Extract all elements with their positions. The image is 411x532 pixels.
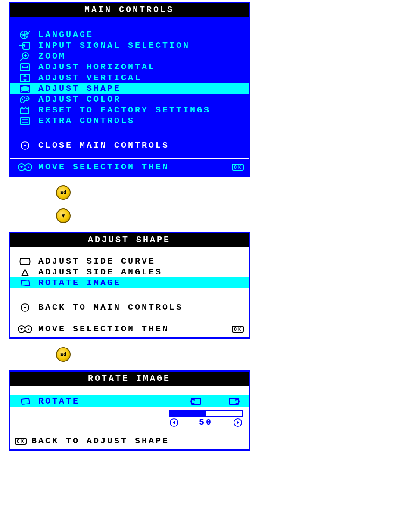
menu-item-adjust-vertical[interactable]: ADJUST VERTICAL xyxy=(10,72,249,83)
menu-item-input-signal[interactable]: INPUT SIGNAL SELECTION xyxy=(10,40,249,51)
menu-item-label: EXTRA CONTROLS xyxy=(34,116,249,126)
svg-text:?: ? xyxy=(28,30,31,35)
reset-factory-icon xyxy=(16,106,34,115)
rotate-image-panel: ROTATE IMAGE ROTATE xyxy=(9,370,250,451)
adjust-shape-footer: MOVE SELECTION THEN OK xyxy=(10,320,249,337)
physical-ok-button[interactable]: ad xyxy=(56,185,71,200)
side-curve-icon xyxy=(16,257,34,266)
svg-point-7 xyxy=(22,98,23,100)
menu-item-label: ADJUST VERTICAL xyxy=(34,73,249,83)
rotate-control-row[interactable]: ROTATE xyxy=(10,395,249,407)
rotate-image-title: ROTATE IMAGE xyxy=(10,372,249,386)
ok-icon: OK xyxy=(231,163,244,171)
menu-item-label: ADJUST COLOR xyxy=(34,94,249,104)
decrement-icon[interactable] xyxy=(169,418,179,427)
menu-item-zoom[interactable]: ZOOM xyxy=(10,51,249,62)
menu-item-back-main[interactable]: BACK TO MAIN CONTROLS xyxy=(10,302,249,313)
main-controls-menu: ? LANGUAGE INPUT SIGNAL SELECTION ZOOM A… xyxy=(10,17,249,158)
ok-icon: OK xyxy=(231,325,244,333)
menu-item-label: ADJUST HORIZONTAL xyxy=(34,62,249,72)
footer-label: MOVE SELECTION THEN xyxy=(34,162,231,172)
main-controls-footer: MOVE SELECTION THEN OK xyxy=(10,158,249,175)
menu-item-label: RESET TO FACTORY SETTINGS xyxy=(34,105,249,115)
adjust-vertical-icon xyxy=(16,73,34,83)
menu-item-language[interactable]: ? LANGUAGE xyxy=(10,29,249,40)
menu-item-rotate-image[interactable]: ROTATE IMAGE xyxy=(10,277,249,288)
menu-item-label: INPUT SIGNAL SELECTION xyxy=(34,40,249,50)
menu-item-label: LANGUAGE xyxy=(34,30,249,40)
menu-item-label: BACK TO MAIN CONTROLS xyxy=(34,302,249,312)
menu-item-extra-controls[interactable]: EXTRA CONTROLS xyxy=(10,115,249,126)
rotate-progress-bar[interactable] xyxy=(169,410,243,417)
adjust-color-icon xyxy=(16,95,34,104)
adjust-horizontal-icon xyxy=(16,62,34,72)
rotate-ccw-icon xyxy=(190,397,202,406)
main-controls-title: MAIN CONTROLS xyxy=(10,3,249,17)
menu-item-label: ZOOM xyxy=(34,51,249,61)
rotate-cw-icon xyxy=(228,397,240,406)
ok-button-label: ad xyxy=(60,190,66,196)
rotate-label: ROTATE xyxy=(34,396,190,406)
main-controls-panel: MAIN CONTROLS ? LANGUAGE INPUT SIGNAL SE… xyxy=(9,2,250,177)
ok-button-label: ad xyxy=(60,352,66,358)
adjust-shape-panel: ADJUST SHAPE ADJUST SIDE CURVE ADJUST SI… xyxy=(9,232,250,339)
menu-item-label: ADJUST SHAPE xyxy=(34,84,249,93)
menu-item-label: CLOSE MAIN CONTROLS xyxy=(34,140,249,150)
ok-icon: OK xyxy=(14,437,27,445)
menu-item-label: ADJUST SIDE ANGLES xyxy=(34,267,249,277)
extra-controls-icon xyxy=(16,116,34,126)
svg-text:OK: OK xyxy=(234,327,243,332)
close-down-icon xyxy=(16,141,34,150)
increment-icon[interactable] xyxy=(233,418,243,427)
menu-item-label: ROTATE IMAGE xyxy=(34,278,249,288)
physical-down-button[interactable]: ▼ xyxy=(56,208,71,223)
side-angles-icon xyxy=(16,268,34,277)
menu-item-close[interactable]: CLOSE MAIN CONTROLS xyxy=(10,140,249,151)
up-down-icon xyxy=(16,324,34,334)
svg-point-9 xyxy=(26,98,28,99)
svg-point-8 xyxy=(24,97,25,98)
adjust-shape-menu: ADJUST SIDE CURVE ADJUST SIDE ANGLES ROT… xyxy=(10,247,249,320)
menu-item-adjust-shape[interactable]: ADJUST SHAPE xyxy=(10,83,249,94)
menu-item-reset-factory[interactable]: RESET TO FACTORY SETTINGS xyxy=(10,105,249,115)
back-down-icon xyxy=(16,303,34,312)
rotate-progress-area: 50 xyxy=(10,407,249,432)
rotate-image-footer[interactable]: OK BACK TO ADJUST SHAPE xyxy=(10,432,249,449)
menu-item-adjust-color[interactable]: ADJUST COLOR xyxy=(10,94,249,105)
rotate-value: 50 xyxy=(199,417,213,427)
physical-ok-button-2[interactable]: ad xyxy=(56,347,71,362)
adjust-shape-title: ADJUST SHAPE xyxy=(10,233,249,247)
adjust-shape-icon xyxy=(16,84,34,93)
up-down-icon xyxy=(16,162,34,172)
menu-item-adjust-horizontal[interactable]: ADJUST HORIZONTAL xyxy=(10,62,249,72)
menu-item-side-curve[interactable]: ADJUST SIDE CURVE xyxy=(10,256,249,267)
svg-text:OK: OK xyxy=(17,439,25,444)
menu-item-label: ADJUST SIDE CURVE xyxy=(34,256,249,266)
input-signal-icon xyxy=(16,41,34,50)
rotate-icon xyxy=(16,397,34,406)
footer-label: MOVE SELECTION THEN xyxy=(34,324,231,334)
menu-item-side-angles[interactable]: ADJUST SIDE ANGLES xyxy=(10,267,249,277)
svg-text:OK: OK xyxy=(234,165,243,170)
language-icon: ? xyxy=(16,30,34,40)
rotate-back-label: BACK TO ADJUST SHAPE xyxy=(31,436,169,446)
zoom-icon xyxy=(16,52,34,61)
down-button-label: ▼ xyxy=(62,212,65,219)
rotate-image-icon xyxy=(16,279,34,287)
